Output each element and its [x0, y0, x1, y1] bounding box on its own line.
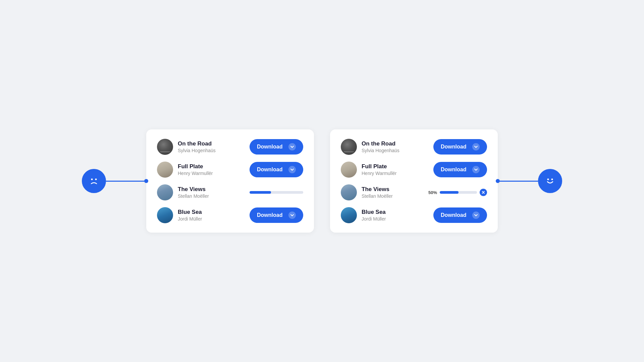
avatar [341, 162, 357, 178]
chevron-down-icon [472, 143, 480, 150]
track-info: The Views Stellan Moëller [157, 184, 209, 200]
track-title: Blue Sea [362, 209, 386, 216]
download-button[interactable]: Download [250, 207, 303, 223]
track-info: On the Road Sylvia Hogenhaüs [341, 139, 399, 155]
track-item: Full Plate Henry Warmullër Download [341, 162, 487, 178]
avatar [341, 139, 357, 155]
svg-point-2 [547, 179, 549, 180]
track-info: Full Plate Henry Warmullër [341, 162, 397, 178]
track-author: Sylvia Hogenhaüs [362, 148, 399, 153]
progress-track [440, 191, 477, 194]
main-container: On the Road Sylvia Hogenhaüs Download Fu… [82, 129, 562, 233]
track-text: The Views Stellan Moëller [178, 186, 209, 199]
progress-fill [440, 191, 458, 194]
avatar [341, 184, 357, 200]
left-connector [106, 181, 146, 182]
track-author: Sylvia Hogenhaüs [178, 148, 216, 153]
track-author: Jordi Müller [178, 216, 202, 222]
avatar [157, 207, 173, 223]
left-panel: On the Road Sylvia Hogenhaüs Download Fu… [146, 129, 314, 233]
svg-point-1 [95, 179, 97, 180]
track-author: Stellan Moëller [362, 193, 393, 199]
track-info: Full Plate Henry Warmullër [157, 162, 213, 178]
track-title: Full Plate [362, 163, 397, 170]
progress-percentage: 50% [428, 190, 437, 195]
track-text: On the Road Sylvia Hogenhaüs [362, 140, 399, 153]
progress-bar-area [250, 191, 303, 194]
track-title: Full Plate [178, 163, 213, 170]
track-info: The Views Stellan Moëller [341, 184, 393, 200]
chevron-down-icon [288, 143, 296, 150]
progress-track [250, 191, 303, 194]
download-button[interactable]: Download [433, 162, 487, 177]
track-item: Blue Sea Jordi Müller Download [341, 207, 487, 223]
cancel-button[interactable] [480, 189, 487, 196]
sad-face-icon [82, 169, 106, 193]
track-info: Blue Sea Jordi Müller [157, 207, 202, 223]
chevron-down-icon [472, 166, 480, 173]
avatar [157, 184, 173, 200]
chevron-down-icon [472, 212, 480, 219]
track-info: On the Road Sylvia Hogenhaüs [157, 139, 216, 155]
download-button[interactable]: Download [433, 207, 487, 223]
right-panel: On the Road Sylvia Hogenhaüs Download Fu… [330, 129, 498, 233]
track-text: Blue Sea Jordi Müller [362, 209, 386, 222]
track-text: Full Plate Henry Warmullër [362, 163, 397, 176]
chevron-down-icon [288, 166, 296, 173]
track-title: On the Road [178, 140, 216, 147]
svg-point-0 [91, 179, 93, 180]
track-item: The Views Stellan Moëller [157, 184, 303, 200]
avatar [341, 207, 357, 223]
track-author: Jordi Müller [362, 216, 386, 222]
track-author: Henry Warmullër [362, 171, 397, 176]
track-title: Blue Sea [178, 209, 202, 216]
track-item: On the Road Sylvia Hogenhaüs Download [341, 139, 487, 155]
track-info: Blue Sea Jordi Müller [341, 207, 386, 223]
track-text: Blue Sea Jordi Müller [178, 209, 202, 222]
track-text: On the Road Sylvia Hogenhaüs [178, 140, 216, 153]
right-connector [498, 181, 538, 182]
track-item: On the Road Sylvia Hogenhaüs Download [157, 139, 303, 155]
chevron-down-icon [288, 212, 296, 219]
happy-face-icon [538, 169, 562, 193]
track-title: The Views [362, 186, 393, 193]
track-title: On the Road [362, 140, 399, 147]
track-author: Stellan Moëller [178, 193, 209, 199]
track-item: Blue Sea Jordi Müller Download [157, 207, 303, 223]
avatar [157, 162, 173, 178]
download-button[interactable]: Download [250, 162, 303, 177]
progress-bar-area-right: 50% [428, 189, 487, 196]
track-text: Full Plate Henry Warmullër [178, 163, 213, 176]
progress-fill [250, 191, 271, 194]
track-item: Full Plate Henry Warmullër Download [157, 162, 303, 178]
download-button[interactable]: Download [250, 139, 303, 155]
track-author: Henry Warmullër [178, 171, 213, 176]
track-title: The Views [178, 186, 209, 193]
track-text: The Views Stellan Moëller [362, 186, 393, 199]
download-button[interactable]: Download [433, 139, 487, 155]
svg-point-3 [551, 179, 553, 180]
track-item: The Views Stellan Moëller 50% [341, 184, 487, 200]
avatar [157, 139, 173, 155]
